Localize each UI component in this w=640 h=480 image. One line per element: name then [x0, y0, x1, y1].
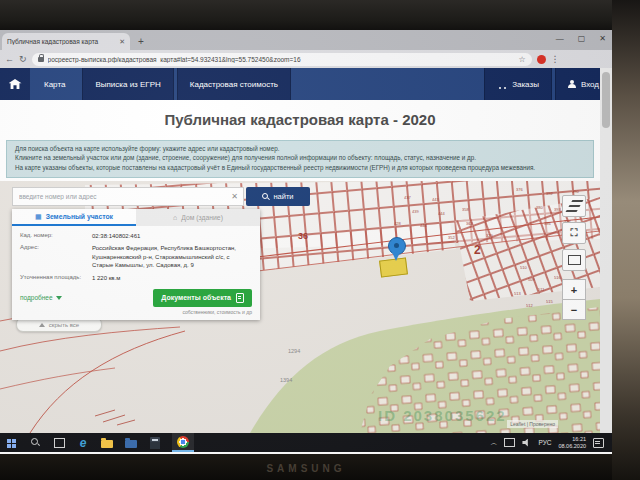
scrollbar-thumb[interactable]	[602, 72, 610, 128]
land-parcel-icon: ▦	[35, 213, 42, 221]
browser-toolbar: ← ↻ росреестр-выписка.рф/кадастровая_кар…	[0, 50, 612, 68]
chevron-up-icon	[39, 320, 45, 327]
more-link-label: подробнее	[20, 294, 53, 301]
person-icon	[568, 80, 576, 88]
url-text: росреестр-выписка.рф/кадастровая_карта#l…	[48, 56, 515, 63]
site-header: Карта Выписка из ЕГРН Кадастровая стоимо…	[0, 68, 612, 100]
file-explorer-button[interactable]	[100, 435, 114, 450]
map-label: 510	[520, 265, 527, 270]
chevron-down-icon	[56, 296, 62, 303]
map-label: 380	[536, 205, 543, 210]
draw-rectangle-control[interactable]	[562, 249, 586, 271]
notice-line: На карте указаны объекты, которые постав…	[15, 163, 585, 172]
minimize-button[interactable]: —	[556, 32, 564, 46]
fullscreen-control[interactable]: ⛶	[562, 222, 586, 244]
layers-icon	[565, 200, 583, 212]
start-button[interactable]	[4, 435, 18, 450]
map-label: 448	[420, 223, 427, 228]
field-row-cad-number: Кад. номер: 02:38:140802:461	[20, 232, 252, 240]
map-label: 392	[546, 191, 553, 196]
taskbar-clock[interactable]: 16:21 08.06.2020	[558, 436, 586, 450]
find-button[interactable]: найти	[246, 187, 310, 206]
clear-search-icon[interactable]: ✕	[231, 192, 238, 201]
lock-icon	[38, 57, 44, 62]
network-icon[interactable]	[504, 438, 515, 447]
map-label: 513	[514, 291, 521, 296]
map-label: 1294	[288, 348, 300, 354]
cadastral-number-value: 02:38:140802:461	[92, 232, 140, 240]
folder-button[interactable]	[124, 435, 138, 450]
map-label: 428	[394, 221, 401, 226]
zoom-out-button[interactable]: −	[562, 300, 586, 320]
taskbar-search-button[interactable]	[28, 435, 42, 450]
screen: Публичная кадастровая карта ✕ + — ▢ ✕ ← …	[0, 30, 612, 454]
search-field[interactable]: ✕	[12, 187, 244, 206]
map-label: 376	[516, 187, 523, 192]
folder-blue-icon	[125, 440, 137, 448]
object-panel-tabs: ▦ Земельный участок ⌂ Дом (здание)	[12, 209, 260, 226]
map-label: 358	[462, 207, 469, 212]
header-spacer	[291, 68, 481, 100]
tab-land-parcel-label: Земельный участок	[46, 213, 113, 220]
object-info-panel: ▦ Земельный участок ⌂ Дом (здание) Кад. …	[12, 209, 260, 320]
url-bar[interactable]: росреестр-выписка.рф/кадастровая_карта#l…	[32, 53, 532, 66]
tab-kadastrovaya-stoimost[interactable]: Кадастровая стоимость	[177, 68, 291, 100]
documents-button[interactable]: Документы объекта	[153, 289, 252, 307]
home-button[interactable]	[0, 68, 30, 100]
map-label: 515	[546, 299, 553, 304]
clock-date: 08.06.2020	[558, 443, 586, 450]
maximize-button[interactable]: ▢	[578, 32, 586, 46]
monitor-bezel-bottom: SAMSUNG	[0, 454, 612, 480]
page-title: Публичная кадастровая карта - 2020	[164, 111, 435, 128]
notifications-icon[interactable]	[593, 438, 604, 448]
leaflet-attribution[interactable]: Leaflet | Проверено	[507, 420, 558, 428]
task-view-button[interactable]	[52, 435, 66, 450]
close-window-button[interactable]: ✕	[599, 32, 606, 46]
calculator-icon	[150, 437, 160, 449]
more-link[interactable]: подробнее	[20, 293, 62, 303]
page-scrollbar[interactable]	[600, 68, 612, 433]
map-label: 2	[474, 243, 481, 257]
tray-chevron-up-icon[interactable]: ︿	[490, 438, 497, 448]
find-button-label: найти	[273, 192, 293, 201]
extension-red-icon[interactable]	[537, 55, 546, 64]
volume-icon[interactable]	[522, 439, 531, 447]
browser-tab[interactable]: Публичная кадастровая карта ✕	[2, 33, 130, 50]
address-value: Российская Федерация, Республика Башкорт…	[92, 244, 252, 269]
back-button[interactable]: ←	[5, 54, 14, 64]
tab-vypiska-egrn[interactable]: Выписка из ЕГРН	[82, 68, 173, 100]
map-label: 512	[526, 303, 533, 308]
photo-watermark: ID 2038035622	[378, 407, 507, 424]
bookmark-star-icon[interactable]: ☆	[518, 55, 525, 64]
tab-karta[interactable]: Карта	[30, 68, 79, 100]
calculator-button[interactable]	[148, 435, 162, 450]
rectangle-icon	[568, 255, 581, 265]
tab-building[interactable]: ⌂ Дом (здание)	[136, 209, 260, 226]
map-label: 390	[572, 189, 579, 194]
zoom-in-button[interactable]: +	[562, 279, 586, 300]
search-input[interactable]	[13, 188, 243, 205]
orders-button[interactable]: Заказы	[484, 68, 552, 100]
edge-button[interactable]: e	[76, 435, 90, 450]
cadastral-map[interactable]: 3621294139443744343944444842837639239038…	[0, 181, 600, 433]
map-label: 509	[528, 277, 535, 282]
close-tab-icon[interactable]: ✕	[119, 38, 125, 46]
reload-button[interactable]: ↻	[19, 54, 27, 64]
map-label: 1394	[280, 377, 292, 383]
location-pin	[388, 237, 406, 255]
browser-tab-strip: Публичная кадастровая карта ✕ + — ▢ ✕	[0, 30, 612, 50]
notice-line: Кликните на земельный участок или дом (з…	[15, 153, 585, 162]
new-tab-button[interactable]: +	[138, 33, 144, 50]
notice-line: Для поиска объекта на карте используйте …	[15, 144, 585, 153]
chrome-icon	[177, 436, 189, 448]
samsung-logo: SAMSUNG	[0, 463, 612, 474]
layers-control[interactable]	[562, 195, 586, 217]
map-label: 386	[544, 221, 551, 226]
map-label: 439	[412, 209, 419, 214]
tab-land-parcel[interactable]: ▦ Земельный участок	[12, 209, 136, 226]
language-indicator[interactable]: РУС	[538, 439, 551, 446]
home-icon	[9, 79, 22, 89]
browser-menu-icon[interactable]: ⋮	[551, 54, 560, 64]
chrome-button[interactable]	[172, 433, 194, 452]
task-view-icon	[54, 438, 65, 448]
